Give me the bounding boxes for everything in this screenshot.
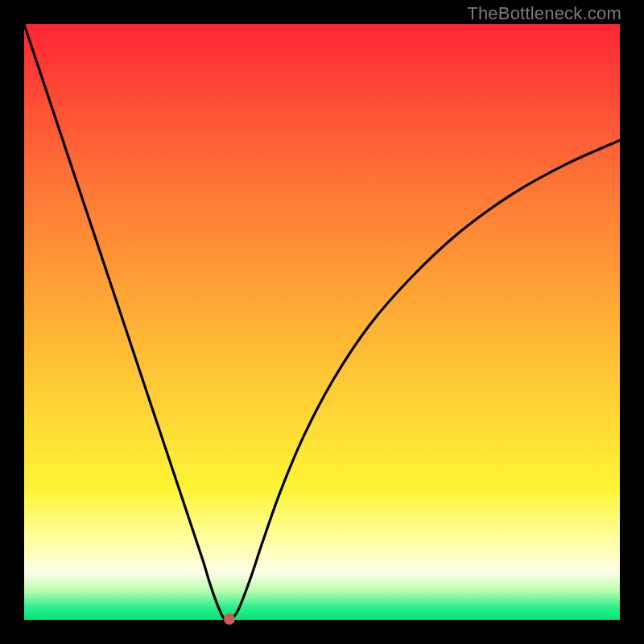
optimal-point-marker	[224, 613, 235, 625]
plot-area	[24, 24, 620, 620]
chart-frame: TheBottleneck.com	[0, 0, 644, 644]
bottleneck-curve	[24, 24, 620, 620]
watermark-text: TheBottleneck.com	[467, 3, 621, 24]
